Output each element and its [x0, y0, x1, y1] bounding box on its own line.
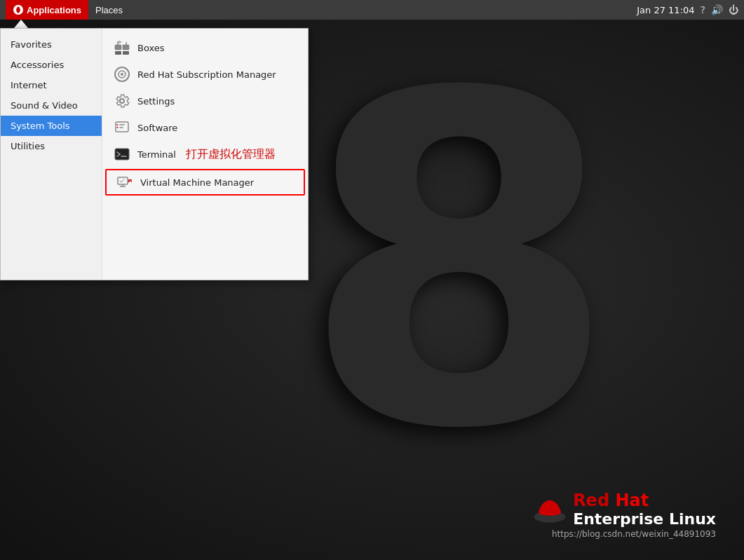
applications-menu-button[interactable]: Applications	[6, 0, 88, 20]
terminal-label: Terminal	[137, 149, 176, 160]
svg-text:VM: VM	[129, 179, 133, 184]
redhat-branding: Red Hat Enterprise Linux https://blog.cs…	[532, 491, 716, 539]
menu-item-software[interactable]: Software	[102, 114, 308, 141]
terminal-annotation: 打开虚拟化管理器	[186, 147, 276, 162]
svg-point-1	[539, 509, 561, 516]
applications-label: Applications	[27, 5, 81, 15]
sidebar-item-sound-video[interactable]: Sound & Video	[1, 95, 102, 116]
redhat-url: https://blog.csdn.net/weixin_44891093	[532, 529, 716, 539]
software-label: Software	[137, 123, 177, 133]
redhat-name: Red Hat	[573, 491, 716, 510]
subscription-icon	[114, 66, 130, 83]
sidebar-item-internet[interactable]: Internet	[1, 75, 102, 95]
topbar-right: Jan 27 11:04 ? 🔊 ⏻	[637, 4, 738, 15]
settings-icon	[114, 93, 130, 109]
svg-point-11	[121, 73, 123, 76]
topbar-left: Applications Places	[6, 0, 130, 20]
menu-arrow	[14, 20, 28, 28]
menu-item-virt-manager[interactable]: VM Virtual Machine Manager	[105, 169, 305, 196]
menu-item-boxes[interactable]: Boxes	[102, 34, 308, 61]
menu-items: Boxes Red Hat Subscription Manager	[102, 29, 308, 280]
virt-manager-label: Virtual Machine Manager	[140, 177, 254, 188]
svg-rect-6	[123, 51, 129, 55]
menu-categories: Favorites Accessories Internet Sound & V…	[1, 29, 102, 280]
svg-point-13	[117, 124, 119, 125]
svg-point-14	[117, 127, 119, 128]
accessibility-icon[interactable]: ?	[701, 4, 705, 15]
svg-rect-15	[115, 149, 129, 160]
background-number: 8	[301, 35, 618, 491]
power-icon[interactable]: ⏻	[729, 4, 738, 15]
boxes-label: Boxes	[137, 43, 165, 53]
menu-item-terminal[interactable]: Terminal 打开虚拟化管理器	[102, 141, 308, 168]
svg-rect-12	[116, 122, 128, 132]
sidebar-item-favorites[interactable]: Favorites	[1, 34, 102, 55]
svg-rect-5	[115, 51, 121, 55]
software-icon	[114, 119, 130, 136]
redhat-subname: Enterprise Linux	[573, 510, 716, 528]
virt-manager-icon: VM	[116, 174, 133, 191]
places-label: Places	[95, 5, 123, 15]
subscription-label: Red Hat Subscription Manager	[137, 69, 276, 80]
settings-label: Settings	[137, 96, 175, 107]
system-clock: Jan 27 11:04	[637, 5, 694, 15]
topbar: Applications Places Jan 27 11:04 ? 🔊 ⏻	[0, 0, 744, 20]
terminal-icon	[114, 146, 130, 163]
sound-icon[interactable]: 🔊	[711, 4, 723, 15]
sidebar-item-system-tools[interactable]: System Tools	[1, 116, 102, 136]
menu-panel: Favorites Accessories Internet Sound & V…	[0, 28, 309, 280]
places-menu-button[interactable]: Places	[88, 0, 130, 20]
menu-item-settings[interactable]: Settings	[102, 88, 308, 114]
applications-menu: Favorites Accessories Internet Sound & V…	[0, 20, 309, 280]
redhat-fedora-icon	[13, 4, 24, 15]
svg-rect-3	[115, 45, 121, 50]
boxes-icon	[114, 39, 130, 56]
menu-item-subscription[interactable]: Red Hat Subscription Manager	[102, 61, 308, 88]
redhat-logo-icon	[532, 496, 567, 524]
svg-rect-4	[123, 45, 129, 50]
sidebar-item-accessories[interactable]: Accessories	[1, 55, 102, 75]
sidebar-item-utilities[interactable]: Utilities	[1, 136, 102, 156]
